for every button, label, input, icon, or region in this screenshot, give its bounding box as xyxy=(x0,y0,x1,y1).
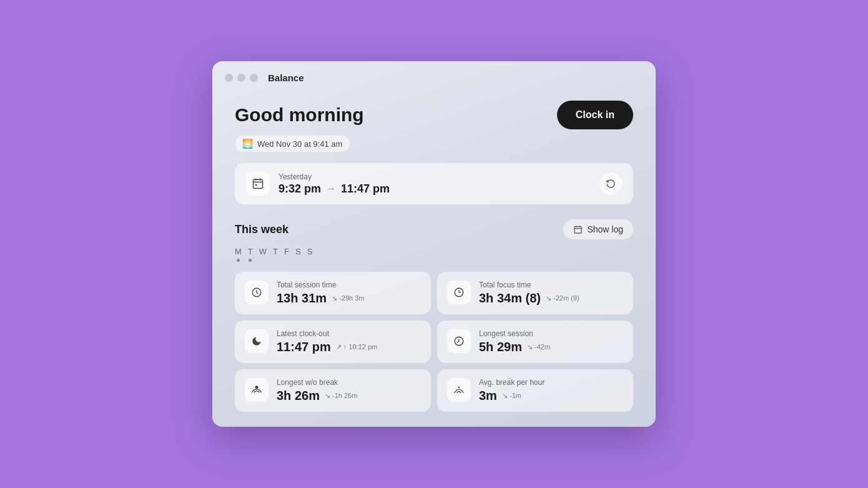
no-break-value-row: 3h 26m -1h 26m xyxy=(277,389,357,403)
day-monday: M xyxy=(235,247,242,262)
stat-card-clockout: Latest clock-out 11:47 pm ↑ 10:12 pm xyxy=(235,321,431,363)
svg-rect-5 xyxy=(575,226,581,233)
yesterday-start: 9:32 pm xyxy=(279,182,321,196)
day-wednesday: W xyxy=(259,247,267,262)
session-value: 13h 31m xyxy=(277,291,327,306)
day-label-s2: S xyxy=(307,247,313,256)
stat-card-avg-break: Avg. break per hour 3m -1m xyxy=(437,369,633,412)
show-log-label: Show log xyxy=(587,224,623,234)
day-sunday: S xyxy=(307,247,313,262)
datetime-text: Wed Nov 30 at 9:41 am xyxy=(257,139,342,149)
avg-break-label: Avg. break per hour xyxy=(479,378,545,387)
focus-value-row: 3h 34m (8) -22m (9) xyxy=(479,291,579,306)
main-content: Good morning Clock in 🌅 Wed Nov 30 at 9:… xyxy=(212,91,656,412)
day-dot-t1 xyxy=(249,259,252,262)
no-break-icon xyxy=(245,378,269,402)
yesterday-info: Yesterday 9:32 pm → 11:47 pm xyxy=(279,172,390,196)
stats-grid: Total session time 13h 31m -29h 3m xyxy=(235,272,633,412)
clockout-value-row: 11:47 pm ↑ 10:12 pm xyxy=(277,340,377,354)
clock-in-button[interactable]: Clock in xyxy=(557,101,633,129)
longest-change: -42m xyxy=(527,343,550,351)
traffic-lights xyxy=(225,74,258,82)
focus-value: 3h 34m (8) xyxy=(479,291,541,306)
datetime-badge: 🌅 Wed Nov 30 at 9:41 am xyxy=(235,136,350,152)
traffic-light-maximize[interactable] xyxy=(250,74,258,82)
focus-icon xyxy=(447,281,471,304)
section-header: This week Show log xyxy=(235,219,633,239)
greeting-text: Good morning xyxy=(235,104,364,126)
no-break-value: 3h 26m xyxy=(277,389,320,403)
greeting-row: Good morning Clock in xyxy=(235,101,633,129)
clockout-icon xyxy=(245,329,269,353)
longest-value: 5h 29m xyxy=(479,340,522,354)
stat-info-session: Total session time 13h 31m -29h 3m xyxy=(277,281,364,306)
avg-break-value: 3m xyxy=(479,389,497,403)
session-icon xyxy=(245,281,269,304)
yesterday-card: Yesterday 9:32 pm → 11:47 pm xyxy=(235,163,633,204)
svg-rect-4 xyxy=(255,184,257,186)
stat-card-no-break: Longest w/o break 3h 26m -1h 26m xyxy=(235,369,431,412)
stat-card-longest-session: Longest session 5h 29m -42m xyxy=(437,321,633,363)
clockout-label: Latest clock-out xyxy=(277,329,377,338)
week-days: M T W T F S S xyxy=(235,247,633,262)
yesterday-end: 11:47 pm xyxy=(341,182,390,196)
stat-info-avg-break: Avg. break per hour 3m -1m xyxy=(479,378,545,403)
titlebar: Balance xyxy=(212,61,656,91)
day-saturday: S xyxy=(295,247,301,262)
avg-break-change: -1m xyxy=(502,392,521,400)
longest-label: Longest session xyxy=(479,329,550,338)
yesterday-label: Yesterday xyxy=(279,172,390,181)
arrow-icon: → xyxy=(326,183,336,194)
clockout-change: ↑ 10:12 pm xyxy=(336,343,377,351)
yesterday-time: 9:32 pm → 11:47 pm xyxy=(279,182,390,196)
day-label-s1: S xyxy=(295,247,301,256)
session-value-row: 13h 31m -29h 3m xyxy=(277,291,364,306)
avg-break-icon xyxy=(447,378,471,402)
yesterday-left: Yesterday 9:32 pm → 11:47 pm xyxy=(246,172,390,196)
app-title: Balance xyxy=(268,72,304,83)
session-label: Total session time xyxy=(277,281,364,289)
sunrise-icon: 🌅 xyxy=(242,139,253,149)
no-break-change: -1h 26m xyxy=(325,392,357,400)
stat-info-longest: Longest session 5h 29m -42m xyxy=(479,329,550,354)
focus-label: Total focus time xyxy=(479,281,579,289)
clockout-value: 11:47 pm xyxy=(277,340,331,354)
traffic-light-close[interactable] xyxy=(225,74,233,82)
day-label-t2: T xyxy=(273,247,278,256)
day-label-t1: T xyxy=(248,247,253,256)
this-week-title: This week xyxy=(235,223,289,236)
show-log-button[interactable]: Show log xyxy=(563,219,633,239)
stat-info-no-break: Longest w/o break 3h 26m -1h 26m xyxy=(277,378,357,403)
yesterday-icon xyxy=(246,172,270,196)
svg-rect-0 xyxy=(254,179,263,188)
day-dot-m xyxy=(237,259,240,262)
day-label-f: F xyxy=(284,247,289,256)
session-change: -29h 3m xyxy=(332,294,364,302)
day-thursday: T xyxy=(273,247,278,262)
focus-change: -22m (9) xyxy=(546,294,579,302)
svg-point-14 xyxy=(255,386,259,389)
stat-card-total-session: Total session time 13h 31m -29h 3m xyxy=(235,272,431,314)
svg-marker-15 xyxy=(458,386,460,388)
day-label-m: M xyxy=(235,247,242,256)
day-tuesday: T xyxy=(248,247,253,262)
day-friday: F xyxy=(284,247,289,262)
stat-info-clockout: Latest clock-out 11:47 pm ↑ 10:12 pm xyxy=(277,329,377,354)
day-label-w: W xyxy=(259,247,267,256)
replay-button[interactable] xyxy=(599,172,622,195)
traffic-light-minimize[interactable] xyxy=(237,74,245,82)
stat-info-focus: Total focus time 3h 34m (8) -22m (9) xyxy=(479,281,579,306)
app-window: Balance Good morning Clock in 🌅 Wed Nov … xyxy=(212,61,656,427)
no-break-label: Longest w/o break xyxy=(277,378,357,387)
longest-icon xyxy=(447,329,471,353)
avg-break-value-row: 3m -1m xyxy=(479,389,545,403)
stat-card-total-focus: Total focus time 3h 34m (8) -22m (9) xyxy=(437,272,633,314)
longest-value-row: 5h 29m -42m xyxy=(479,340,550,354)
